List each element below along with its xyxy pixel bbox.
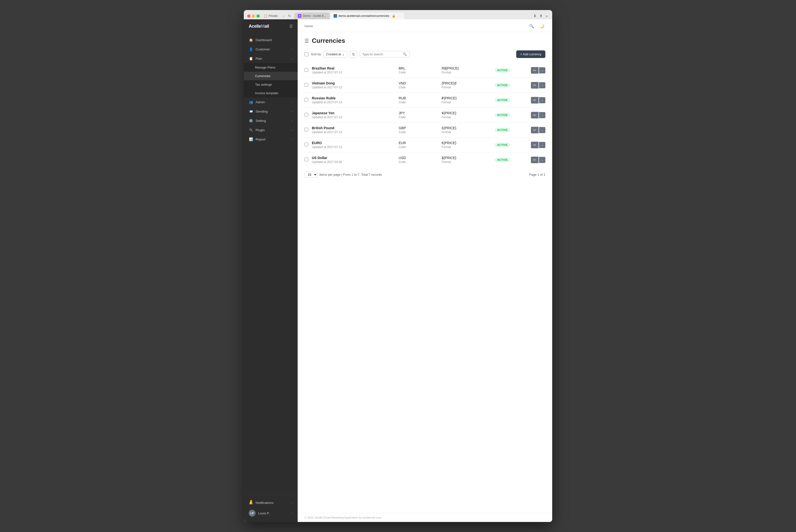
sidebar-item-sending[interactable]: 📨 Sending ›: [244, 107, 298, 116]
reload-button[interactable]: ↻: [287, 14, 292, 18]
checkbox-5[interactable]: [304, 142, 308, 146]
dropdown-button-6[interactable]: ⌄: [539, 157, 545, 163]
tab-2[interactable]: 🌐 demo.acellemail.com/admin/currencies 🔒…: [330, 13, 404, 19]
theme-toggle-button[interactable]: 🌙: [538, 23, 545, 30]
status-badge-5: ACTIVE: [495, 142, 510, 147]
currency-code-5: EUR: [399, 141, 439, 145]
toolbar: Sort by Created at ⌄ ⇅ 🔍 + Add currency: [304, 51, 545, 58]
new-tab-button[interactable]: +: [546, 14, 548, 18]
edit-button-3[interactable]: ✏: [531, 112, 538, 118]
maximize-button[interactable]: [257, 15, 260, 18]
sidebar-item-notifications[interactable]: 🔔 Notifications ›: [244, 498, 298, 507]
currency-code-col-1: VND Code: [399, 81, 439, 89]
checkbox-4[interactable]: [304, 128, 308, 131]
share-icon[interactable]: ⬆: [539, 14, 543, 18]
dropdown-button-2[interactable]: ⌄: [539, 97, 545, 103]
checkbox-1[interactable]: [304, 83, 308, 87]
checkbox-6[interactable]: [304, 157, 308, 161]
table-row: Vietnam Dong Updated at 2017-07-13 VND C…: [304, 78, 545, 93]
avatar: LP: [249, 510, 255, 517]
currency-name-3: Japanese Yen: [312, 111, 396, 115]
dropdown-button-0[interactable]: ⌄: [539, 67, 545, 73]
currency-format-label-4: Format: [441, 130, 492, 134]
search-icon: 🔍: [403, 52, 407, 56]
currency-name-col-3: Japanese Yen Updated at 2017-07-13: [312, 111, 396, 119]
main-header: Home 🔍 🌙: [298, 19, 552, 32]
sidebar-nav: 🏠 Dashboard 👤 Customer › 📋 Plan ⌄ Manage…: [244, 33, 298, 495]
row-checkbox-1: [304, 83, 309, 88]
currency-code-6: USD: [399, 156, 439, 160]
sidebar-item-manage-plans[interactable]: Manage Plans: [244, 63, 298, 72]
add-currency-button[interactable]: + Add currency: [516, 51, 545, 58]
sort-direction-button[interactable]: ⇅: [350, 51, 357, 58]
dropdown-button-1[interactable]: ⌄: [539, 82, 545, 88]
sidebar-item-customer[interactable]: 👤 Customer ›: [244, 44, 298, 54]
currency-format-label-6: Format: [441, 160, 492, 164]
download-icon[interactable]: ⬇: [533, 14, 536, 18]
close-button[interactable]: [247, 15, 250, 18]
currency-actions-5: ✏ ⌄: [531, 142, 545, 148]
currency-updated-5: Updated at 2017-07-13: [312, 145, 396, 149]
plan-submenu: Manage Plans Currencies Tax settings Inv…: [244, 63, 298, 97]
currency-code-0: BRL: [399, 66, 439, 70]
pagination-summary: items per page | From 1 to 7. Total 7 re…: [319, 173, 382, 176]
sidebar-item-plan[interactable]: 📋 Plan ⌄: [244, 54, 298, 63]
edit-button-0[interactable]: ✏: [531, 67, 538, 74]
currency-format-1: {PRICE}đ: [441, 81, 492, 85]
currency-actions-4: ✏ ⌄: [531, 127, 545, 133]
sort-field-dropdown[interactable]: Created at ⌄: [323, 51, 347, 57]
currency-code-4: GBP: [399, 126, 439, 130]
currency-format-col-1: {PRICE}đ Format: [441, 81, 492, 89]
currency-name-col-1: Vietnam Dong Updated at 2017-07-13: [312, 81, 396, 89]
minimize-button[interactable]: [252, 15, 255, 18]
currency-code-col-6: USD Code: [399, 156, 439, 164]
per-page-dropdown[interactable]: 15 25 50: [304, 172, 318, 178]
edit-button-4[interactable]: ✏: [531, 127, 538, 133]
currency-format-label-0: Format: [441, 71, 492, 74]
checkbox-3[interactable]: [304, 113, 308, 116]
sidebar-item-currencies[interactable]: Currencies: [244, 72, 298, 80]
user-arrow: ›: [292, 512, 293, 515]
dropdown-button-4[interactable]: ⌄: [539, 127, 545, 133]
sidebar-logo-area: AcelleMail ☰: [244, 19, 298, 33]
edit-button-5[interactable]: ✏: [531, 142, 538, 148]
setting-icon: ⚙️: [249, 118, 253, 123]
sidebar-item-dashboard[interactable]: 🏠 Dashboard: [244, 35, 298, 44]
sidebar-item-plugin[interactable]: 🔌 Plugin ›: [244, 125, 298, 135]
dropdown-button-5[interactable]: ⌄: [539, 142, 545, 148]
checkbox-0[interactable]: [304, 68, 308, 72]
search-input[interactable]: [362, 52, 401, 56]
sidebar-item-setting[interactable]: ⚙️ Setting ›: [244, 116, 298, 125]
search-input-wrap: 🔍: [360, 51, 410, 57]
edit-button-1[interactable]: ✏: [531, 82, 538, 89]
header-actions: 🔍 🌙: [528, 23, 545, 30]
sidebar-item-invoice-template[interactable]: Invoice template: [244, 89, 298, 97]
currency-format-col-6: ${PRICE} Format: [441, 156, 492, 164]
edit-button-2[interactable]: ✏: [531, 97, 538, 103]
main-body: ☰ Currencies Sort by Created at ⌄ ⇅ 🔍: [298, 32, 552, 513]
select-all-checkbox[interactable]: [304, 52, 308, 56]
currency-updated-3: Updated at 2017-07-13: [312, 115, 396, 119]
setting-arrow: ›: [292, 119, 293, 122]
tab2-favicon: 🌐: [334, 14, 337, 18]
browser-chrome: 📋 Private ‹ ↻ M Demo - Acelle E... 🌐 dem…: [244, 10, 552, 19]
back-button[interactable]: ‹: [282, 14, 285, 18]
sidebar-toggle-button[interactable]: ☰: [289, 24, 293, 28]
tab-1[interactable]: M Demo - Acelle E...: [295, 13, 330, 19]
sidebar-item-admin[interactable]: 👥 Admin ›: [244, 97, 298, 107]
edit-button-6[interactable]: ✏: [531, 157, 538, 163]
sidebar-item-user[interactable]: LP Louis P. ›: [244, 507, 298, 519]
currency-format-col-4: £{PRICE} Format: [441, 126, 492, 134]
currency-code-col-0: BRL Code: [399, 66, 439, 74]
currency-format-col-2: ₽{PRICE} Format: [441, 96, 492, 104]
dropdown-button-3[interactable]: ⌄: [539, 112, 545, 118]
plugin-icon: 🔌: [249, 128, 253, 132]
sidebar-item-tax-settings[interactable]: Tax settings: [244, 80, 298, 89]
status-badge-0: ACTIVE: [495, 68, 510, 72]
sidebar-item-report[interactable]: 📊 Report ›: [244, 135, 298, 144]
currency-name-col-2: Russian Ruble Updated at 2017-07-13: [312, 96, 396, 104]
search-header-button[interactable]: 🔍: [528, 23, 535, 30]
currency-code-col-3: JPY Code: [399, 111, 439, 119]
currency-status-col-1: ACTIVE: [495, 83, 529, 87]
checkbox-2[interactable]: [304, 98, 308, 101]
